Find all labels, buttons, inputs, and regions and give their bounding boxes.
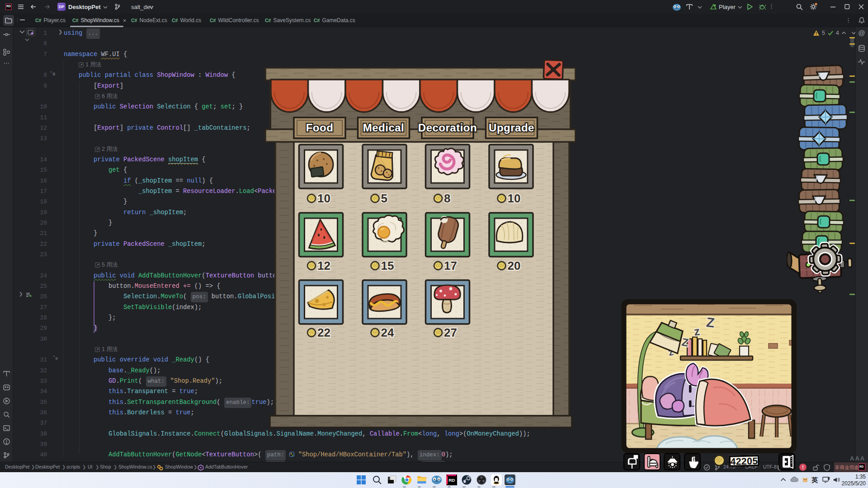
svg-text:24: 24	[381, 326, 394, 339]
svg-text:27: 27	[444, 326, 457, 339]
svg-text:Z: Z	[706, 314, 716, 330]
svg-text:Decoration: Decoration	[418, 122, 477, 134]
svg-text:17: 17	[444, 259, 457, 272]
svg-text:Medical: Medical	[363, 122, 405, 134]
svg-text:8: 8	[444, 192, 450, 205]
svg-text:20: 20	[508, 259, 521, 272]
svg-text:Upgrade: Upgrade	[489, 122, 534, 134]
svg-text:22: 22	[317, 326, 330, 339]
svg-text:10: 10	[508, 192, 521, 205]
svg-text:RD: RD	[449, 478, 455, 483]
svg-text:12: 12	[317, 259, 330, 272]
svg-text:10: 10	[317, 192, 330, 205]
svg-text:5: 5	[381, 192, 387, 205]
svg-text:15: 15	[381, 259, 394, 272]
svg-text:Food: Food	[306, 122, 334, 134]
